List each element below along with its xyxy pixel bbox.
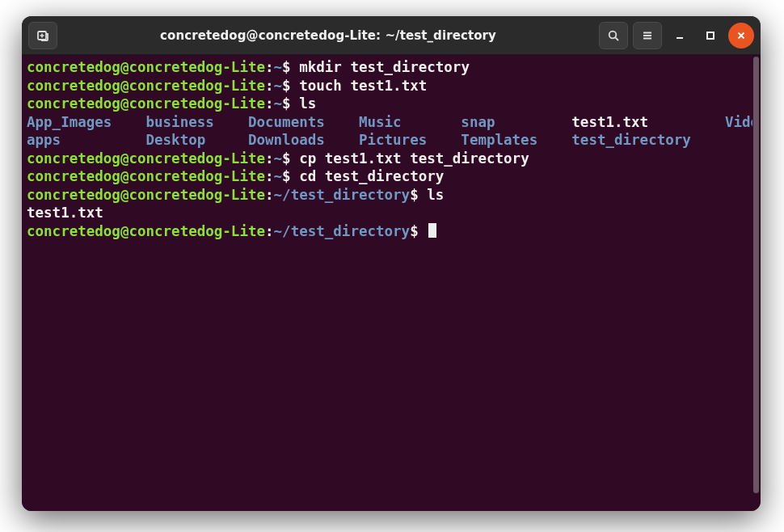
search-button[interactable] [599, 22, 628, 49]
titlebar: concretedog@concretedog-Lite: ~/test_dir… [22, 16, 761, 55]
scrollbar[interactable] [752, 55, 761, 511]
search-icon [607, 29, 620, 42]
hamburger-icon [641, 29, 654, 42]
terminal-output[interactable]: concretedog@concretedog-Lite:~$ mkdir te… [22, 55, 752, 511]
minimize-button[interactable] [667, 23, 693, 49]
new-tab-button[interactable] [28, 22, 57, 49]
close-icon [736, 31, 746, 40]
window-title: concretedog@concretedog-Lite: ~/test_dir… [62, 28, 594, 43]
new-tab-icon [36, 29, 49, 42]
maximize-button[interactable] [698, 23, 723, 49]
terminal-window: concretedog@concretedog-Lite: ~/test_dir… [22, 16, 761, 511]
svg-point-1 [609, 31, 617, 38]
menu-button[interactable] [633, 22, 662, 49]
maximize-icon [706, 31, 715, 40]
close-button[interactable] [728, 23, 754, 49]
terminal-body[interactable]: concretedog@concretedog-Lite:~$ mkdir te… [22, 55, 761, 511]
scrollbar-thumb[interactable] [753, 57, 759, 493]
minimize-icon [675, 31, 685, 40]
svg-rect-2 [707, 32, 714, 39]
